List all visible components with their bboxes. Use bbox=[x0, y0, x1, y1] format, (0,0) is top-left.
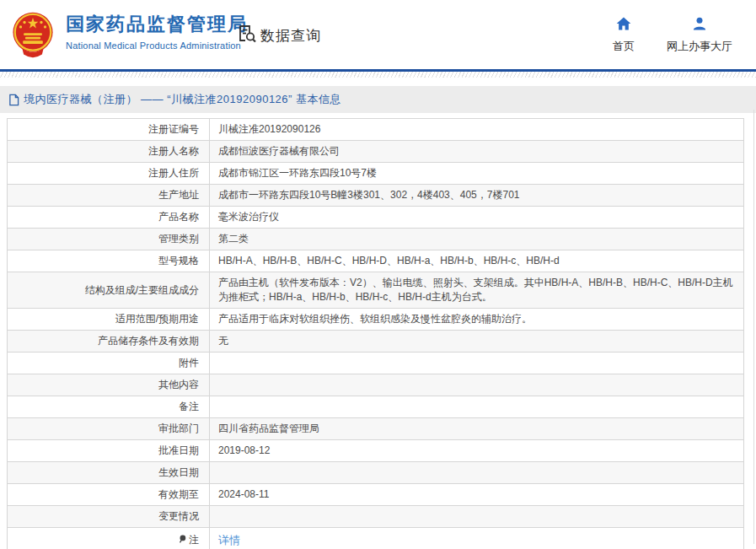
data-query-section[interactable]: 数据查询 bbox=[237, 24, 321, 47]
table-row: 注详情 bbox=[8, 528, 744, 549]
site-title-block: 国家药品监督管理局 National Medical Products Admi… bbox=[66, 13, 248, 51]
table-row: 审批部门四川省药品监督管理局 bbox=[8, 418, 744, 440]
top-navigation: 首页 网上办事大厅 bbox=[613, 15, 732, 54]
table-row: 结构及组成/主要组成成分产品由主机（软件发布版本：V2）、输出电缆、照射头、支架… bbox=[8, 272, 744, 309]
row-label-text: 结构及组成/主要组成成分 bbox=[85, 284, 199, 296]
row-label-text: 适用范围/预期用途 bbox=[115, 313, 199, 325]
row-label: 审批部门 bbox=[8, 418, 210, 440]
table-row: 产品储存条件及有效期无 bbox=[8, 331, 744, 353]
row-value: 四川省药品监督管理局 bbox=[210, 418, 744, 440]
table-row: 生效日期 bbox=[8, 462, 744, 484]
row-label: 适用范围/预期用途 bbox=[8, 309, 210, 331]
row-label: 生效日期 bbox=[8, 462, 210, 484]
row-value: 成都恒波医疗器械有限公司 bbox=[210, 141, 744, 163]
content-right-rule bbox=[753, 110, 754, 544]
row-label-text: 生效日期 bbox=[158, 466, 199, 478]
row-value: 毫米波治疗仪 bbox=[210, 207, 744, 229]
table-row: 管理类别第二类 bbox=[8, 229, 744, 250]
row-label-text: 注册证编号 bbox=[148, 123, 199, 135]
table-row: 有效期至2024-08-11 bbox=[8, 484, 744, 506]
site-header: 国家药品监督管理局 National Medical Products Admi… bbox=[0, 0, 756, 69]
row-label-text: 附件 bbox=[179, 357, 199, 369]
row-label: 注册人住所 bbox=[8, 163, 210, 185]
row-label: 批准日期 bbox=[8, 440, 210, 462]
pin-icon bbox=[178, 534, 187, 547]
nav-home-label: 首页 bbox=[613, 39, 635, 54]
table-row: 注册证编号川械注准20192090126 bbox=[8, 119, 744, 141]
row-label-text: 审批部门 bbox=[158, 423, 199, 434]
site-title: 国家药品监督管理局 bbox=[66, 13, 248, 35]
row-label-text: 注册人住所 bbox=[148, 167, 199, 179]
row-label: 产品名称 bbox=[8, 207, 210, 229]
row-value bbox=[210, 396, 744, 418]
row-value: 成都市一环路东四段10号B幢3楼301、302，4楼403、405，7楼701 bbox=[210, 185, 744, 207]
detail-link[interactable]: 详情 bbox=[218, 534, 240, 546]
row-value bbox=[210, 506, 744, 528]
table-row: 型号规格HB/H-A、HB/H-B、HB/H-C、HB/H-D、HB/H-a、H… bbox=[8, 250, 744, 272]
table-row: 产品名称毫米波治疗仪 bbox=[8, 207, 744, 229]
row-label: 变更情况 bbox=[8, 506, 210, 528]
row-label: 型号规格 bbox=[8, 250, 210, 272]
row-value bbox=[210, 353, 744, 374]
table-row: 附件 bbox=[8, 353, 744, 374]
national-emblem-icon bbox=[8, 10, 57, 59]
table-row: 变更情况 bbox=[8, 506, 744, 528]
row-label-text: 产品名称 bbox=[158, 211, 199, 223]
row-value: 成都市锦江区一环路东四段10号7楼 bbox=[210, 163, 744, 185]
row-label-text: 备注 bbox=[179, 401, 199, 412]
table-row: 备注 bbox=[8, 396, 744, 418]
row-label-text: 变更情况 bbox=[158, 510, 199, 522]
row-label: 注 bbox=[8, 528, 210, 549]
row-label: 管理类别 bbox=[8, 229, 210, 250]
decorative-stripe-band bbox=[0, 72, 756, 78]
table-row: 其他内容 bbox=[8, 374, 744, 396]
row-label-text: 生产地址 bbox=[158, 189, 199, 201]
row-label: 结构及组成/主要组成成分 bbox=[8, 272, 210, 309]
row-label: 生产地址 bbox=[8, 185, 210, 207]
nav-item-service-hall[interactable]: 网上办事大厅 bbox=[667, 15, 732, 54]
document-icon bbox=[8, 94, 19, 106]
row-value: 产品适用于临床对软组织挫伤、软组织感染及慢性盆腔炎的辅助治疗。 bbox=[210, 309, 744, 331]
table-row: 注册人名称成都恒波医疗器械有限公司 bbox=[8, 141, 744, 163]
row-value: 第二类 bbox=[210, 229, 744, 250]
row-label-text: 注 bbox=[189, 534, 199, 546]
row-label-text: 注册人名称 bbox=[148, 145, 199, 157]
row-label: 注册人名称 bbox=[8, 141, 210, 163]
row-label-text: 型号规格 bbox=[158, 255, 199, 266]
site-subtitle: National Medical Products Administration bbox=[66, 40, 248, 51]
table-row: 适用范围/预期用途产品适用于临床对软组织挫伤、软组织感染及慢性盆腔炎的辅助治疗。 bbox=[8, 309, 744, 331]
row-value bbox=[210, 462, 744, 484]
detail-table-body: 注册证编号川械注准20192090126注册人名称成都恒波医疗器械有限公司注册人… bbox=[8, 119, 744, 549]
home-icon bbox=[615, 15, 632, 35]
row-label: 产品储存条件及有效期 bbox=[8, 331, 210, 353]
nav-item-home[interactable]: 首页 bbox=[613, 15, 635, 54]
row-label-text: 产品储存条件及有效期 bbox=[98, 335, 199, 347]
row-label: 附件 bbox=[8, 353, 210, 374]
breadcrumb: 境内医疗器械（注册） —— “川械注准20192090126” 基本信息 bbox=[0, 86, 756, 113]
row-value: 川械注准20192090126 bbox=[210, 119, 744, 141]
row-value: 产品由主机（软件发布版本：V2）、输出电缆、照射头、支架组成。其中HB/H-A、… bbox=[210, 272, 744, 309]
row-value: 无 bbox=[210, 331, 744, 353]
table-row: 注册人住所成都市锦江区一环路东四段10号7楼 bbox=[8, 163, 744, 185]
row-value: 2024-08-11 bbox=[210, 484, 744, 506]
row-label: 有效期至 bbox=[8, 484, 210, 506]
row-label-text: 管理类别 bbox=[158, 233, 199, 245]
row-value: 详情 bbox=[210, 528, 744, 549]
table-row: 批准日期2019-08-12 bbox=[8, 440, 744, 462]
document-search-icon bbox=[237, 24, 257, 47]
row-value: HB/H-A、HB/H-B、HB/H-C、HB/H-D、HB/H-a、HB/H-… bbox=[210, 250, 744, 272]
breadcrumb-text: 境内医疗器械（注册） —— “川械注准20192090126” 基本信息 bbox=[24, 92, 341, 107]
row-label: 注册证编号 bbox=[8, 119, 210, 141]
table-row: 生产地址成都市一环路东四段10号B幢3楼301、302，4楼403、405，7楼… bbox=[8, 185, 744, 207]
row-value bbox=[210, 374, 744, 396]
data-query-label: 数据查询 bbox=[260, 26, 321, 46]
row-label: 其他内容 bbox=[8, 374, 210, 396]
row-label-text: 其他内容 bbox=[158, 379, 199, 390]
row-label: 备注 bbox=[8, 396, 210, 418]
row-label-text: 批准日期 bbox=[158, 444, 199, 456]
user-icon bbox=[691, 15, 708, 35]
nav-service-hall-label: 网上办事大厅 bbox=[667, 39, 732, 54]
registration-detail-table: 注册证编号川械注准20192090126注册人名称成都恒波医疗器械有限公司注册人… bbox=[7, 118, 744, 549]
row-label-text: 有效期至 bbox=[158, 488, 199, 500]
row-value: 2019-08-12 bbox=[210, 440, 744, 462]
